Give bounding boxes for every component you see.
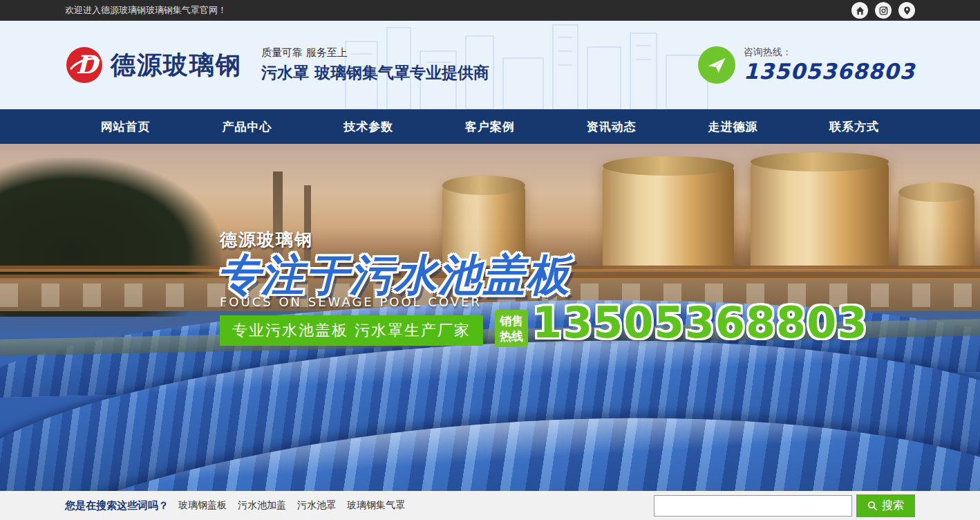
keyword-link-1[interactable]: 玻璃钢盖板 (178, 499, 227, 512)
sales-badge-line2: 热线 (500, 328, 523, 344)
nav-item-contact[interactable]: 联系方式 (793, 109, 915, 144)
search-button[interactable]: 搜索 (856, 494, 915, 517)
nav-item-specs[interactable]: 技术参数 (308, 109, 429, 144)
keyword-link-4[interactable]: 玻璃钢集气罩 (347, 499, 405, 512)
banner-subheadline: FOUCS ON SEWAGE POOL COVER (220, 295, 482, 309)
instagram-icon[interactable] (875, 2, 892, 19)
topbar: 欢迎进入德源玻璃钢玻璃钢集气罩官网！ (0, 0, 980, 21)
banner-text-overlay: 德源玻璃钢 专注于污水池盖板 FOUCS ON SEWAGE POOL COVE… (65, 144, 915, 491)
slogan-block: 质量可靠 服务至上 污水罩 玻璃钢集气罩专业提供商 (261, 46, 489, 84)
nav-item-cases[interactable]: 客户案例 (429, 109, 551, 144)
hotline-number: 13505368803 (744, 59, 915, 84)
search-input[interactable] (654, 495, 852, 517)
magnifier-icon (867, 501, 878, 511)
hot-keywords: 玻璃钢盖板 污水池加盖 污水池罩 玻璃钢集气罩 (178, 499, 405, 512)
search-button-label: 搜索 (882, 499, 904, 513)
hotline-label: 咨询热线： (744, 46, 915, 59)
search-group: 搜索 (654, 494, 915, 517)
sales-badge-line1: 销售 (500, 313, 523, 328)
slogan-main: 污水罩 玻璃钢集气罩专业提供商 (261, 62, 489, 84)
site-header: D 德源玻璃钢 质量可靠 服务至上 污水罩 玻璃钢集气罩专业提供商 咨询热线： … (0, 21, 980, 109)
nav-item-news[interactable]: 资讯动态 (551, 109, 672, 144)
sales-phone-number: 13505368803 (532, 297, 868, 348)
home-icon[interactable] (851, 2, 868, 19)
logo-icon: D (65, 46, 104, 84)
nav-item-about[interactable]: 走进德源 (672, 109, 794, 144)
logo[interactable]: D 德源玻璃钢 (65, 46, 242, 84)
banner-tagline: 专业污水池盖板 污水罩生产厂家 (220, 315, 483, 346)
main-nav: 网站首页 产品中心 技术参数 客户案例 资讯动态 走进德源 联系方式 (0, 109, 980, 144)
location-icon[interactable] (898, 2, 915, 19)
nav-item-home[interactable]: 网站首页 (65, 109, 187, 144)
search-prompt: 您是在搜索这些词吗？ (65, 499, 169, 512)
hotline-text: 咨询热线： 13505368803 (744, 46, 915, 84)
search-strip: 您是在搜索这些词吗？ 玻璃钢盖板 污水池加盖 污水池罩 玻璃钢集气罩 搜索 (0, 491, 980, 520)
slogan-small: 质量可靠 服务至上 (261, 46, 489, 59)
keyword-link-3[interactable]: 污水池罩 (297, 499, 336, 512)
logo-text: 德源玻璃钢 (111, 48, 242, 82)
hero-banner: 德源玻璃钢 专注于污水池盖板 FOUCS ON SEWAGE POOL COVE… (0, 144, 980, 491)
social-links (851, 2, 915, 19)
paper-plane-icon (698, 46, 735, 84)
svg-text:D: D (76, 50, 100, 79)
nav-item-products[interactable]: 产品中心 (187, 109, 308, 144)
sales-hotline-badge: 销售 热线 (495, 310, 528, 347)
keyword-link-2[interactable]: 污水池加盖 (238, 499, 286, 512)
welcome-text: 欢迎进入德源玻璃钢玻璃钢集气罩官网！ (65, 4, 851, 17)
hotline-block: 咨询热线： 13505368803 (698, 46, 915, 84)
